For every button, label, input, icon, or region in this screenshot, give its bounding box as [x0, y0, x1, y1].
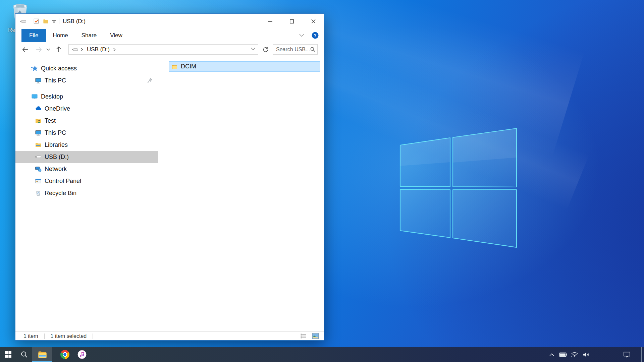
- large-icons-view-button[interactable]: [312, 333, 319, 339]
- up-button[interactable]: [54, 46, 64, 53]
- maximize-button[interactable]: [281, 14, 303, 29]
- sidebar-item-this-pc[interactable]: This PC: [15, 127, 158, 139]
- help-icon[interactable]: ?: [312, 32, 319, 39]
- address-bar[interactable]: USB (D:): [68, 44, 258, 55]
- usb-drive-location-icon: [71, 46, 78, 53]
- sidebar-item-test[interactable]: Test: [15, 115, 158, 127]
- window-title: USB (D:): [63, 18, 86, 25]
- sidebar-item-label: This PC: [45, 77, 66, 84]
- usb-drive-icon: [35, 154, 42, 160]
- sidebar-item-network[interactable]: Network: [15, 163, 158, 175]
- address-dropdown-chevron-icon[interactable]: [251, 48, 255, 51]
- ribbon-tab-home[interactable]: Home: [46, 29, 74, 42]
- folder-icon: [171, 63, 178, 70]
- file-list-pane[interactable]: DCIM: [158, 57, 324, 331]
- sidebar-item-label: Recycle Bin: [45, 190, 76, 197]
- minimize-button[interactable]: [260, 14, 281, 29]
- sidebar-item-label: Test: [45, 117, 56, 124]
- up-arrow-icon: [55, 46, 62, 53]
- sidebar-item-label: USB (D:): [45, 154, 69, 161]
- maximize-icon: [290, 19, 294, 23]
- ribbon-tab-share[interactable]: Share: [75, 29, 103, 42]
- file-name: DCIM: [181, 63, 196, 70]
- chrome-icon: [60, 350, 69, 359]
- sidebar-item-quick-access[interactable]: Quick access: [15, 62, 158, 74]
- recent-locations-button[interactable]: [46, 48, 51, 51]
- ribbon-tab-bar: FileHomeShareView ?: [15, 29, 324, 42]
- close-icon: [311, 19, 316, 23]
- action-center-button[interactable]: [621, 347, 633, 362]
- quick-access-toolbar: [15, 18, 59, 25]
- control-panel-icon: [35, 178, 42, 184]
- sidebar-item-label: Quick access: [41, 65, 77, 72]
- file-item-dcim[interactable]: DCIM: [169, 61, 320, 72]
- refresh-icon: [263, 47, 269, 53]
- toolbar-separator: [59, 18, 59, 24]
- hidden-icons-button[interactable]: [546, 347, 557, 362]
- caption-buttons: [260, 14, 324, 29]
- network-icon: [35, 166, 42, 172]
- sidebar-item-label: Libraries: [45, 141, 68, 148]
- libraries-icon: [35, 141, 42, 148]
- status-separator: [93, 334, 93, 339]
- forward-arrow-icon: [35, 46, 42, 53]
- taskbar-chrome-button[interactable]: [57, 347, 73, 362]
- properties-checkbox-icon[interactable]: [33, 18, 40, 24]
- itunes-icon: [77, 350, 87, 359]
- system-tray: [546, 347, 644, 362]
- windows-logo-wallpaper: [386, 121, 537, 255]
- action-center-icon: [623, 351, 631, 358]
- expand-ribbon-chevron-icon[interactable]: [299, 34, 304, 37]
- sidebar-item-control-panel[interactable]: Control Panel: [15, 175, 158, 187]
- selection-count: 1 item selected: [51, 333, 87, 339]
- sidebar-item-usb-d[interactable]: USB (D:): [15, 151, 158, 163]
- breadcrumb-chevron-icon[interactable]: [113, 48, 116, 52]
- search-input[interactable]: [276, 47, 310, 53]
- pin-icon[interactable]: [147, 77, 153, 84]
- sidebar-item-label: Desktop: [41, 93, 63, 100]
- start-button[interactable]: [0, 347, 16, 362]
- customize-qat-chevron-icon[interactable]: [52, 19, 56, 23]
- close-button[interactable]: [303, 14, 324, 29]
- forward-button[interactable]: [34, 46, 44, 53]
- details-view-button[interactable]: [300, 333, 307, 339]
- breadcrumb-chevron-icon[interactable]: [80, 48, 84, 52]
- new-folder-icon[interactable]: [43, 18, 49, 24]
- ribbon-tab-view[interactable]: View: [103, 29, 129, 42]
- chevron-up-icon: [549, 353, 554, 356]
- title-bar[interactable]: USB (D:): [15, 14, 324, 29]
- chevron-down-icon: [46, 48, 50, 51]
- search-icon: [20, 351, 28, 358]
- desktop-icon: [31, 93, 38, 100]
- breadcrumb-location[interactable]: USB (D:): [87, 46, 110, 53]
- back-arrow-icon: [22, 46, 29, 53]
- taskbar-file-explorer-button[interactable]: [32, 347, 52, 362]
- toolbar-separator: [30, 18, 30, 24]
- sidebar-item-this-pc[interactable]: This PC: [15, 74, 158, 86]
- sidebar-item-label: This PC: [45, 129, 66, 136]
- refresh-button[interactable]: [258, 44, 273, 55]
- search-bar[interactable]: [273, 44, 318, 55]
- quick-access-icon: [31, 65, 38, 72]
- recycle-bin-icon: [35, 190, 42, 196]
- show-desktop-button[interactable]: [641, 347, 644, 362]
- sidebar-item-onedrive[interactable]: OneDrive: [15, 103, 158, 115]
- taskbar-itunes-button[interactable]: [74, 347, 90, 362]
- volume-button[interactable]: [580, 347, 592, 362]
- svg-text:?: ?: [314, 33, 317, 38]
- wifi-status-button[interactable]: [569, 347, 580, 362]
- ribbon-tab-file[interactable]: File: [21, 29, 46, 42]
- sidebar-item-libraries[interactable]: Libraries: [15, 139, 158, 151]
- sidebar-item-label: OneDrive: [45, 105, 70, 112]
- sidebar-item-desktop[interactable]: Desktop: [15, 90, 158, 103]
- speaker-icon: [583, 352, 590, 358]
- wifi-icon: [571, 352, 578, 358]
- sidebar-item-label: Network: [45, 166, 67, 173]
- sidebar-item-recycle-bin[interactable]: Recycle Bin: [15, 187, 158, 199]
- back-button[interactable]: [20, 46, 30, 53]
- this-pc-icon: [35, 77, 42, 84]
- taskbar: [0, 347, 644, 362]
- battery-status-button[interactable]: [557, 347, 569, 362]
- search-icon[interactable]: [310, 46, 315, 53]
- taskbar-search-button[interactable]: [16, 347, 32, 362]
